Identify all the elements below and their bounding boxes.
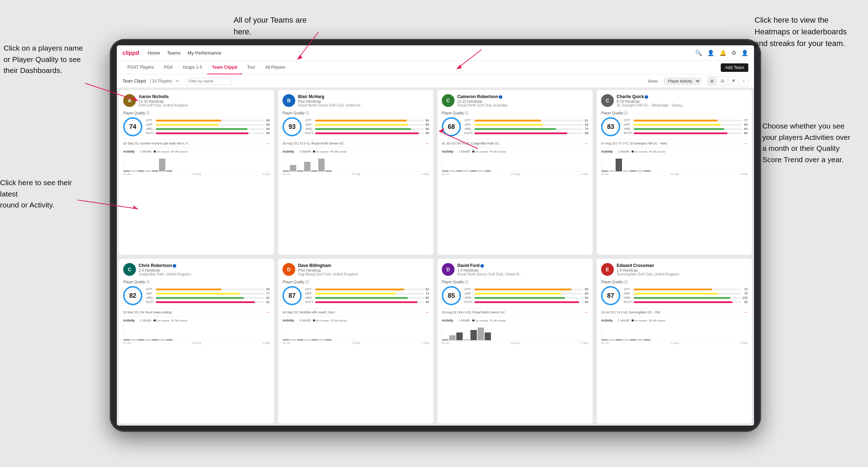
- avatar-icon[interactable]: 👤: [741, 50, 748, 56]
- round-arrow-link[interactable]: →: [265, 310, 270, 315]
- round-arrow-link[interactable]: →: [425, 310, 429, 315]
- add-team-button[interactable]: Add Team: [721, 63, 748, 72]
- stat-bar-app: [474, 124, 583, 126]
- player-card: D Dave Billingham Plus Handicap Sag Main…: [278, 259, 433, 423]
- quality-section[interactable]: 87 OTT 82 APP 74 ARG 85 PUTT: [282, 286, 429, 305]
- stat-label-ott: OTT: [305, 119, 314, 122]
- round-arrow-link[interactable]: →: [265, 141, 270, 146]
- quality-circle[interactable]: 87: [601, 286, 620, 305]
- chart-bar: [609, 171, 615, 171]
- chart-label-end: 4 Sep: [422, 172, 429, 176]
- activity-period[interactable]: 1 Month: [299, 319, 311, 322]
- off-course-dot: [649, 319, 651, 321]
- verified-badge: [480, 264, 484, 268]
- stat-value-ott: 61: [585, 119, 588, 122]
- annotation-a3: Click here to view theHeatmaps or leader…: [755, 14, 847, 49]
- bell-icon[interactable]: 🔔: [719, 50, 726, 56]
- player-name[interactable]: Edward Crossman: [617, 263, 679, 268]
- chart-bar: [442, 340, 449, 340]
- activity-period[interactable]: 1 Month: [618, 319, 629, 322]
- quality-circle[interactable]: 85: [442, 286, 461, 305]
- activity-period[interactable]: 1 Month: [458, 150, 470, 153]
- quality-circle[interactable]: 68: [442, 117, 461, 136]
- stat-value-ott: 60: [266, 119, 270, 122]
- activity-period[interactable]: 1 Month: [140, 319, 152, 322]
- person-icon[interactable]: 👤: [707, 50, 714, 56]
- sort-button[interactable]: ↕: [739, 76, 748, 86]
- legend-off-course: Off course: [490, 319, 506, 322]
- chart-label-start: 31 Jul: [442, 172, 449, 176]
- player-header: C Charlie Quick 6-10 Handicap St. George…: [601, 94, 748, 107]
- player-name[interactable]: Chris Robertson: [139, 263, 191, 268]
- quality-section[interactable]: 93 OTT 84 APP 85 ARG 88 PUTT: [282, 117, 429, 136]
- filter-button[interactable]: ⧩: [729, 76, 738, 86]
- legend-on-course: On course: [472, 319, 488, 322]
- stat-value-putt: 92: [742, 300, 748, 304]
- stat-bar-putt: [156, 132, 265, 134]
- stat-bar-app: [634, 293, 741, 295]
- chart-bar: [463, 171, 470, 171]
- latest-round-text: 02 Sep 23 | Sunset round to get back int…: [123, 142, 264, 145]
- quality-section[interactable]: 82 OTT 60 APP 77 ARG 81 PUTT: [123, 286, 270, 305]
- player-handicap: Plus Handicap: [298, 99, 363, 103]
- tab-pgat[interactable]: PGAT Players: [122, 61, 159, 74]
- chart-bar: [485, 332, 491, 340]
- show-select[interactable]: Player Activity: [664, 78, 701, 85]
- quality-circle[interactable]: 74: [123, 117, 142, 136]
- round-arrow-link[interactable]: →: [743, 141, 748, 146]
- chart-bar: [145, 171, 151, 171]
- stat-bar-putt: [156, 301, 265, 303]
- tab-pga[interactable]: PGA: [159, 61, 178, 74]
- stat-bar-putt: [474, 301, 583, 303]
- grid-view-button[interactable]: ⊞: [707, 76, 716, 86]
- player-name[interactable]: Cameron Robertson: [457, 94, 507, 99]
- activity-period[interactable]: 1 Month: [458, 319, 470, 322]
- search-icon[interactable]: 🔍: [695, 50, 702, 56]
- quality-circle[interactable]: 87: [282, 286, 302, 305]
- edit-icon[interactable]: ✏: [176, 79, 179, 84]
- stat-value-putt: 96: [585, 300, 588, 304]
- tab-tour[interactable]: Tour: [242, 61, 260, 74]
- quality-circle[interactable]: 83: [601, 117, 620, 136]
- chart-bar: [470, 330, 477, 340]
- round-arrow-link[interactable]: →: [584, 310, 588, 315]
- tab-team-clippd[interactable]: Team Clippd: [207, 61, 242, 74]
- player-name[interactable]: Aaron Nicholls: [139, 94, 188, 99]
- player-card: B Blair McHarg Plus Handicap Royal North…: [278, 90, 433, 255]
- player-info: Dave Billingham Plus Handicap Sag Maing …: [298, 263, 358, 276]
- player-card: C Chris Robertson 1-5 Handicap Craigmill…: [119, 259, 274, 423]
- player-name[interactable]: Blair McHarg: [298, 94, 363, 99]
- quality-section[interactable]: 85 OTT 89 APP 80 ARG 83 PUTT: [442, 286, 588, 305]
- round-arrow-link[interactable]: →: [584, 141, 588, 146]
- quality-circle[interactable]: 82: [123, 286, 142, 305]
- tab-hcaps[interactable]: Hcaps 1-5: [178, 61, 207, 74]
- quality-section[interactable]: 87 OTT 73 APP 79 ARG 103 PUTT: [601, 286, 748, 305]
- player-name[interactable]: Dave Billingham: [298, 263, 358, 268]
- list-view-button[interactable]: ⊟: [718, 76, 727, 86]
- nav-performance[interactable]: My Performance: [188, 50, 221, 56]
- quality-section[interactable]: 74 OTT 60 APP 58 ARG 84 PUTT: [123, 117, 270, 136]
- quality-section[interactable]: 68 OTT 61 APP 63 ARG 75 PUTT: [442, 117, 588, 136]
- quality-section[interactable]: 83 OTT 77 APP 80 ARG 83 PUTT: [601, 117, 748, 136]
- legend-on-course: On course: [632, 150, 647, 153]
- round-arrow-link[interactable]: →: [425, 141, 429, 146]
- player-club: St. George's Hill GC - Weybridge - Surre…: [617, 103, 685, 107]
- quality-circle[interactable]: 93: [282, 117, 302, 136]
- round-arrow-link[interactable]: →: [743, 310, 748, 315]
- filter-input[interactable]: [185, 78, 232, 85]
- stat-bar-arg: [634, 297, 741, 299]
- activity-period[interactable]: 1 Month: [299, 150, 311, 153]
- activity-period[interactable]: 1 Month: [140, 150, 152, 153]
- nav-teams[interactable]: Teams: [167, 50, 181, 56]
- chart-bar: [297, 171, 303, 171]
- player-name[interactable]: David Ford: [457, 263, 522, 268]
- chart-labels: 31 Jul 21 Aug 4 Sep: [282, 341, 429, 344]
- settings-icon[interactable]: ⚙: [731, 50, 736, 56]
- player-name[interactable]: Charlie Quick: [617, 94, 685, 99]
- stat-label-app: APP: [146, 292, 154, 295]
- chart-label-end: 4 Sep: [740, 172, 748, 176]
- nav-home[interactable]: Home: [148, 50, 160, 56]
- tab-all-players[interactable]: All Players: [260, 61, 290, 74]
- chart-bar: [637, 171, 643, 171]
- activity-period[interactable]: 1 Month: [618, 150, 629, 153]
